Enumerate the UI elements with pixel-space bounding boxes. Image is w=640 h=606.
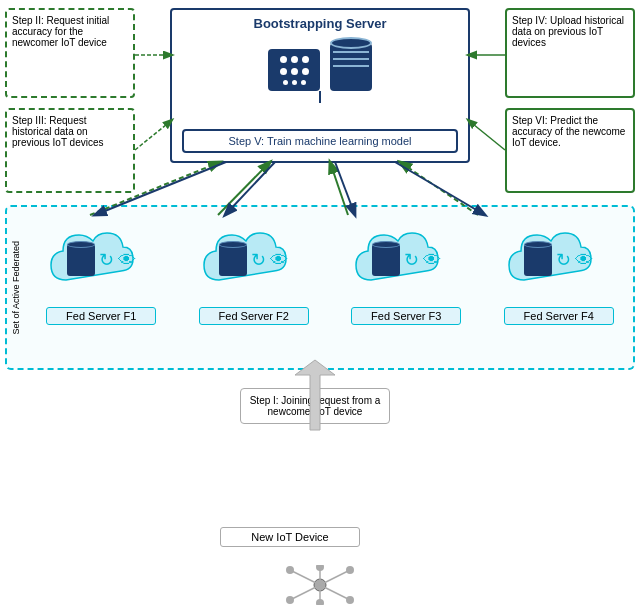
fed-server-label-f3: Fed Server F3 [351,307,461,325]
server-icon [268,49,320,91]
svg-line-5 [290,585,320,600]
svg-point-8 [346,596,354,604]
step6-label: Step VI: Predict the accuracy of the new… [512,115,625,148]
fed-server-f4: ↻ 👁 Fed Server F4 [494,215,624,325]
cloud-content-f3: ↻ 👁 [372,244,441,276]
fed-area-label: Set of Active Federated [11,241,21,335]
cloud-f1: ↻ 👁 [41,215,161,305]
fed-server-label-f2: Fed Server F2 [199,307,309,325]
bootstrap-icons [268,39,372,91]
svg-point-12 [316,599,324,605]
svg-point-6 [286,596,294,604]
step2-label: Step II: Request initial accuracy for th… [12,15,109,48]
connector [319,91,321,103]
fed-server-label-f4: Fed Server F4 [504,307,614,325]
svg-line-7 [320,585,350,600]
diagram: { "title": "IoT Federated Learning Archi… [0,0,640,606]
step2-box: Step II: Request initial accuracy for th… [5,8,135,98]
step-v-box: Step V: Train machine learning model [182,129,458,153]
new-iot-label: New IoT Device [251,531,328,543]
cloud-content-f4: ↻ 👁 [524,244,593,276]
fed-server-f3: ↻ 👁 Fed Server F3 [341,215,471,325]
step1-box: Step I: Joining request from a newcomer … [240,388,390,424]
step3-box: Step III: Request historical data on pre… [5,108,135,193]
bootstrap-title: Bootstrapping Server [254,16,387,31]
iot-device-icon [280,565,360,606]
svg-point-4 [346,566,354,574]
fed-servers-container: ↻ 👁 Fed Server F1 ↻ 👁 Fed Ser [28,215,632,325]
svg-line-23 [135,120,172,150]
svg-point-10 [316,565,324,571]
mini-db-f1 [67,244,95,276]
step1-label: Step I: Joining request from a newcomer … [250,395,381,417]
step3-label: Step III: Request historical data on pre… [12,115,104,148]
refresh-icon-f1: ↻ [99,249,114,271]
svg-line-25 [468,120,505,150]
mini-db-f2 [219,244,247,276]
eye-icon-f1: 👁 [118,250,136,271]
refresh-icon-f3: ↻ [404,249,419,271]
eye-icon-f4: 👁 [575,250,593,271]
svg-line-3 [320,570,350,585]
step6-box: Step VI: Predict the accuracy of the new… [505,108,635,193]
cloud-content-f2: ↻ 👁 [219,244,288,276]
database-icon [330,43,372,91]
cloud-f3: ↻ 👁 [346,215,466,305]
fed-server-f2: ↻ 👁 Fed Server F2 [189,215,319,325]
mini-db-f4 [524,244,552,276]
step4-box: Step IV: Upload historical data on previ… [505,8,635,98]
refresh-icon-f4: ↻ [556,249,571,271]
new-iot-box: New IoT Device [220,527,360,547]
fed-server-label-f1: Fed Server F1 [46,307,156,325]
cloud-f2: ↻ 👁 [194,215,314,305]
server-body [268,49,320,91]
fed-area-label-container: Set of Active Federated [5,205,27,370]
fed-server-f1: ↻ 👁 Fed Server F1 [36,215,166,325]
svg-point-2 [286,566,294,574]
eye-icon-f3: 👁 [423,250,441,271]
step4-label: Step IV: Upload historical data on previ… [512,15,624,48]
cloud-content-f1: ↻ 👁 [67,244,136,276]
eye-icon-f2: 👁 [270,250,288,271]
mini-db-f3 [372,244,400,276]
bootstrap-server-box: Bootstrapping Server [170,8,470,163]
svg-line-1 [290,570,320,585]
refresh-icon-f2: ↻ [251,249,266,271]
cloud-f4: ↻ 👁 [499,215,619,305]
